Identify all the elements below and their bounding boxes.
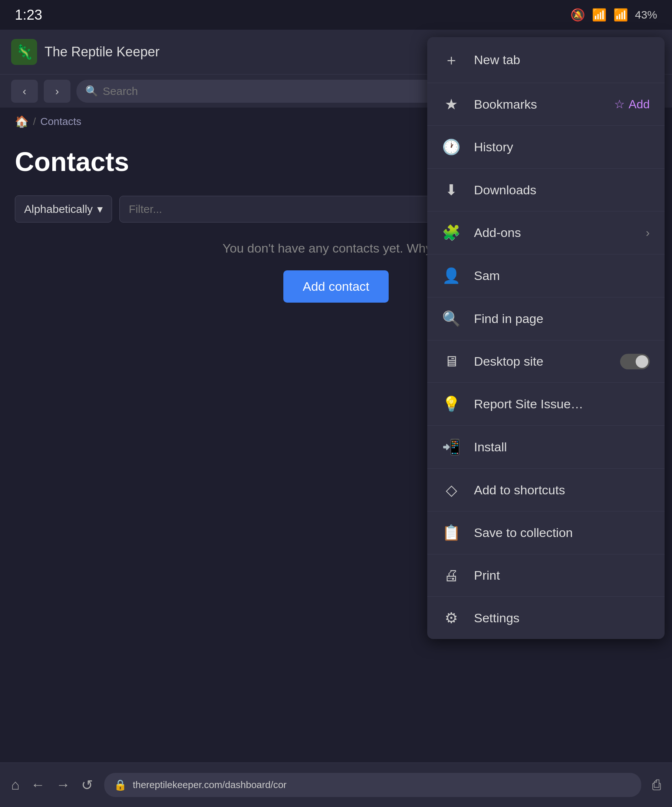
forward-button[interactable]: › bbox=[44, 80, 70, 103]
menu-item-find-in-page[interactable]: 🔍 Find in page bbox=[427, 297, 665, 340]
menu-label-sam: Sam bbox=[474, 269, 650, 283]
sort-label: Alphabetically bbox=[24, 203, 93, 216]
back-icon: ‹ bbox=[23, 85, 27, 98]
toggle-knob bbox=[635, 355, 648, 368]
menu-label-new-tab: New tab bbox=[474, 53, 650, 67]
lightbulb-icon: 💡 bbox=[442, 395, 461, 413]
menu-label-history: History bbox=[474, 140, 650, 154]
menu-item-bookmarks[interactable]: ★ Bookmarks ☆ Add bbox=[427, 83, 665, 126]
menu-label-print: Print bbox=[474, 568, 650, 583]
status-time: 1:23 bbox=[15, 7, 42, 23]
add-contact-button[interactable]: Add contact bbox=[283, 271, 389, 303]
menu-item-report-issue[interactable]: 💡 Report Site Issue… bbox=[427, 383, 665, 426]
menu-item-desktop-site[interactable]: 🖥 Desktop site bbox=[427, 340, 665, 383]
menu-label-bookmarks: Bookmarks bbox=[474, 97, 601, 111]
gear-icon: ⚙ bbox=[442, 609, 461, 626]
chevron-down-icon: ▾ bbox=[97, 203, 103, 216]
menu-item-settings[interactable]: ⚙ Settings bbox=[427, 597, 665, 639]
menu-item-save-to-collection[interactable]: 📋 Save to collection bbox=[427, 511, 665, 555]
collection-icon: 📋 bbox=[442, 524, 461, 541]
bottom-back-icon[interactable]: ← bbox=[31, 777, 45, 793]
chevron-right-icon: › bbox=[645, 226, 650, 239]
find-icon: 🔍 bbox=[442, 310, 461, 327]
bookmarks-add-button[interactable]: ☆ Add bbox=[614, 97, 650, 111]
addons-icon: 🧩 bbox=[442, 224, 461, 241]
star-outline-icon: ☆ bbox=[614, 97, 625, 111]
status-bar: 1:23 🔕 📶 📶 43% bbox=[0, 0, 672, 30]
wifi-icon: 📶 bbox=[592, 8, 607, 22]
url-bar[interactable]: 🔒 thereptilekeeper.com/dashboard/cor bbox=[104, 773, 641, 797]
breadcrumb-current: Contacts bbox=[40, 116, 81, 128]
star-icon: ★ bbox=[442, 96, 461, 113]
bottom-bar: ⌂ ← → ↺ 🔒 thereptilekeeper.com/dashboard… bbox=[0, 762, 672, 807]
url-text: thereptilekeeper.com/dashboard/cor bbox=[133, 779, 287, 791]
desktop-site-toggle[interactable] bbox=[620, 354, 650, 369]
menu-label-settings: Settings bbox=[474, 611, 650, 625]
menu-label-addons: Add-ons bbox=[474, 226, 632, 240]
shortcut-icon: ◇ bbox=[442, 482, 461, 498]
print-icon: 🖨 bbox=[442, 567, 461, 584]
menu-item-install[interactable]: 📲 Install bbox=[427, 426, 665, 469]
menu-label-report-issue: Report Site Issue… bbox=[474, 397, 650, 411]
user-icon: 👤 bbox=[442, 267, 461, 284]
menu-item-addons[interactable]: 🧩 Add-ons › bbox=[427, 211, 665, 254]
app-logo-icon: 🦎 bbox=[16, 44, 33, 60]
status-icons: 🔕 📶 📶 43% bbox=[571, 8, 657, 22]
add-bookmark-label: Add bbox=[629, 98, 650, 111]
dropdown-menu: ＋ New tab ★ Bookmarks ☆ Add 🕐 History ⬇ … bbox=[427, 37, 665, 639]
bottom-home-icon[interactable]: ⌂ bbox=[11, 777, 20, 793]
menu-label-install: Install bbox=[474, 440, 650, 454]
menu-item-print[interactable]: 🖨 Print bbox=[427, 555, 665, 597]
desktop-icon: 🖥 bbox=[442, 353, 461, 370]
menu-label-save-to-collection: Save to collection bbox=[474, 526, 650, 540]
forward-icon: › bbox=[55, 85, 59, 98]
home-breadcrumb-icon[interactable]: 🏠 bbox=[15, 115, 28, 128]
menu-label-desktop-site: Desktop site bbox=[474, 354, 607, 369]
plus-icon: ＋ bbox=[442, 50, 461, 70]
menu-item-history[interactable]: 🕐 History bbox=[427, 126, 665, 169]
back-button[interactable]: ‹ bbox=[11, 80, 38, 103]
menu-label-find-in-page: Find in page bbox=[474, 312, 650, 326]
bottom-forward-icon[interactable]: → bbox=[56, 777, 70, 793]
bottom-share-icon[interactable]: ⎙ bbox=[652, 777, 661, 793]
menu-label-downloads: Downloads bbox=[474, 183, 650, 197]
sort-dropdown[interactable]: Alphabetically ▾ bbox=[15, 196, 112, 223]
lock-icon: 🔒 bbox=[114, 779, 127, 791]
install-icon: 📲 bbox=[442, 438, 461, 456]
battery-percent: 43% bbox=[635, 8, 657, 21]
menu-item-new-tab[interactable]: ＋ New tab bbox=[427, 37, 665, 83]
menu-label-add-to-shortcuts: Add to shortcuts bbox=[474, 483, 650, 497]
download-icon: ⬇ bbox=[442, 181, 461, 198]
menu-item-downloads[interactable]: ⬇ Downloads bbox=[427, 169, 665, 211]
history-icon: 🕐 bbox=[442, 138, 461, 156]
menu-item-add-to-shortcuts[interactable]: ◇ Add to shortcuts bbox=[427, 469, 665, 511]
search-icon: 🔍 bbox=[85, 85, 98, 97]
app-logo: 🦎 bbox=[11, 39, 37, 65]
bottom-reload-icon[interactable]: ↺ bbox=[81, 777, 93, 793]
breadcrumb-separator: / bbox=[33, 116, 36, 128]
mute-icon: 🔕 bbox=[571, 8, 585, 22]
menu-item-sam[interactable]: 👤 Sam bbox=[427, 254, 665, 297]
signal-icon: 📶 bbox=[613, 8, 628, 22]
